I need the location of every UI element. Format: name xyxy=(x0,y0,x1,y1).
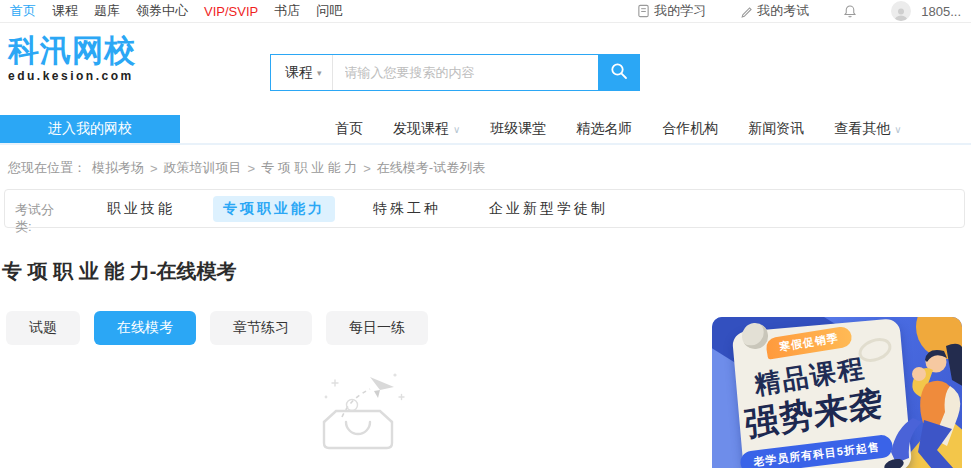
empty-state: 对不起，没有找到任何记录！ xyxy=(0,367,712,468)
nav-item-label: 新闻资讯 xyxy=(748,120,804,138)
content-tabs: 试题 在线模考 章节练习 每日一练 xyxy=(6,311,712,345)
my-exam-label: 我的考试 xyxy=(757,2,809,20)
topbar-link-vip[interactable]: VIP/SVIP xyxy=(204,4,258,19)
breadcrumb-prefix: 您现在位置： xyxy=(8,159,86,177)
exam-category-filter: 考试分类: 职业技能 专项职业能力 特殊工种 企业新型学徒制 xyxy=(4,189,965,228)
breadcrumb-item-mock-exam[interactable]: 模拟考场 xyxy=(92,159,144,177)
breadcrumb-separator: > xyxy=(248,161,256,176)
filter-option-special-work[interactable]: 特殊工种 xyxy=(363,196,451,222)
topbar-links: 首页 课程 题库 领券中心 VIP/SVIP 书店 问吧 xyxy=(10,2,342,20)
topbar-link-coupon-center[interactable]: 领券中心 xyxy=(136,2,188,20)
nav-item-featured-teachers[interactable]: 精选名师 xyxy=(576,120,632,138)
topbar-link-bookstore[interactable]: 书店 xyxy=(274,2,300,20)
tab-questions[interactable]: 试题 xyxy=(6,311,80,345)
empty-inbox-icon xyxy=(296,367,416,463)
breadcrumb-item-current: 在线模考-试卷列表 xyxy=(377,159,485,177)
search-icon xyxy=(609,61,629,84)
my-learning-label: 我的学习 xyxy=(654,2,706,20)
site-header: 科汛网校 edu.kesion.com 课程 ▾ xyxy=(0,23,971,115)
nav-item-home[interactable]: 首页 xyxy=(335,120,363,138)
promo-banner[interactable]: 寒假促销季 精品课程 强势来袭 老学员所有科目5折起售 xyxy=(712,317,962,468)
breadcrumb: 您现在位置： 模拟考场 > 政策培训项目 > 专 项 职 业 能 力 > 在线模… xyxy=(0,145,971,187)
document-icon xyxy=(637,4,650,18)
user-avatar[interactable] xyxy=(891,1,911,21)
bell-icon xyxy=(843,4,857,19)
breadcrumb-separator: > xyxy=(363,161,371,176)
nav-item-label: 首页 xyxy=(335,120,363,138)
chevron-down-icon: ∨ xyxy=(894,124,901,135)
topbar-link-home[interactable]: 首页 xyxy=(10,2,36,20)
banner-person-illustration xyxy=(866,332,962,468)
content-area: 试题 在线模考 章节练习 每日一练 xyxy=(0,311,971,468)
logo-title: 科汛网校 xyxy=(8,33,136,69)
search-button[interactable] xyxy=(598,55,639,90)
nav-item-label: 发现课程 xyxy=(393,120,449,138)
my-learning-link[interactable]: 我的学习 xyxy=(637,2,706,20)
nav-item-discover-courses[interactable]: 发现课程 ∨ xyxy=(393,120,460,138)
username[interactable]: 1805... xyxy=(921,4,961,19)
nav-item-label: 班级课堂 xyxy=(490,120,546,138)
filter-option-vocational-skills[interactable]: 职业技能 xyxy=(97,196,185,222)
search-category-label: 课程 xyxy=(285,64,313,82)
main-column: 试题 在线模考 章节练习 每日一练 xyxy=(0,311,712,468)
nav-item-news[interactable]: 新闻资讯 xyxy=(748,120,804,138)
filter-option-special-ability[interactable]: 专项职业能力 xyxy=(213,196,335,222)
chevron-down-icon: ∨ xyxy=(453,124,460,135)
nav-item-label: 合作机构 xyxy=(662,120,718,138)
filter-option-apprenticeship[interactable]: 企业新型学徒制 xyxy=(479,196,618,222)
logo-subdomain: edu.kesion.com xyxy=(8,69,136,83)
topbar: 首页 课程 题库 领券中心 VIP/SVIP 书店 问吧 我的学习 我的考试 xyxy=(0,0,971,23)
site-logo[interactable]: 科汛网校 edu.kesion.com xyxy=(8,33,136,83)
topbar-link-question-bank[interactable]: 题库 xyxy=(94,2,120,20)
tab-daily-practice[interactable]: 每日一练 xyxy=(326,311,428,345)
tab-chapter-practice[interactable]: 章节练习 xyxy=(210,311,312,345)
search-input[interactable] xyxy=(333,55,598,90)
breadcrumb-separator: > xyxy=(150,161,158,176)
nav-links: 首页 发现课程 ∨ 班级课堂 精选名师 合作机构 新闻资讯 查看其他 ∨ xyxy=(335,115,902,143)
nav-item-label: 精选名师 xyxy=(576,120,632,138)
breadcrumb-item-special-ability[interactable]: 专 项 职 业 能 力 xyxy=(261,159,357,177)
topbar-link-courses[interactable]: 课程 xyxy=(52,2,78,20)
filter-options: 职业技能 专项职业能力 特殊工种 企业新型学徒制 xyxy=(97,196,618,222)
topbar-user-area: 我的学习 我的考试 1805... xyxy=(637,1,961,21)
nav-item-label: 查看其他 xyxy=(834,120,890,138)
pencil-icon xyxy=(740,5,753,18)
search-category-dropdown[interactable]: 课程 ▾ xyxy=(271,55,333,90)
notification-bell[interactable] xyxy=(843,4,857,19)
nav-item-view-other[interactable]: 查看其他 ∨ xyxy=(834,120,901,138)
caret-down-icon: ▾ xyxy=(317,68,322,78)
tab-online-mock[interactable]: 在线模考 xyxy=(94,311,196,345)
nav-item-class-room[interactable]: 班级课堂 xyxy=(490,120,546,138)
topbar-link-ask[interactable]: 问吧 xyxy=(316,2,342,20)
my-exam-link[interactable]: 我的考试 xyxy=(740,2,809,20)
search-box: 课程 ▾ xyxy=(270,54,640,91)
breadcrumb-item-policy-training[interactable]: 政策培训项目 xyxy=(164,159,242,177)
page-title: 专 项 职 业 能 力-在线模考 xyxy=(2,258,971,285)
enter-my-school-button[interactable]: 进入我的网校 xyxy=(0,115,180,143)
nav-item-partners[interactable]: 合作机构 xyxy=(662,120,718,138)
main-nav: 进入我的网校 首页 发现课程 ∨ 班级课堂 精选名师 合作机构 新闻资讯 查看其… xyxy=(0,115,971,145)
filter-label: 考试分类: xyxy=(15,201,67,235)
